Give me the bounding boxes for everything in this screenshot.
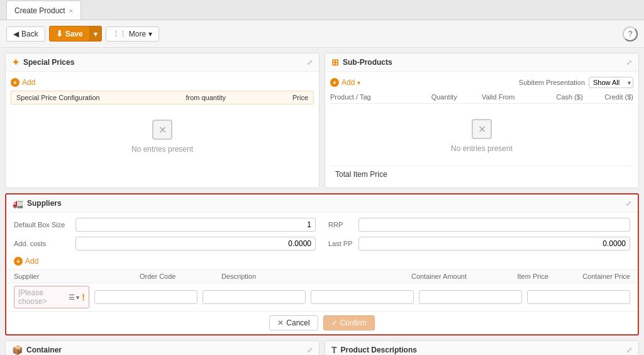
suppliers-expand-icon[interactable]: ⤢ <box>626 200 631 208</box>
container-title: Container <box>26 346 62 354</box>
no-entries-icon: ✕ <box>152 120 172 140</box>
chooser-chevron-icon[interactable]: ▾ <box>76 294 79 301</box>
col-order-code-header: Order Code <box>140 273 221 280</box>
tab-close-icon[interactable]: × <box>69 7 73 14</box>
add-costs-label: Add. costs <box>14 240 70 247</box>
col-container-price-header: Container Price <box>548 273 630 280</box>
tab-label: Create Product <box>14 6 65 15</box>
more-button[interactable]: ⋮⋮ More ▾ <box>106 26 159 42</box>
confirm-button[interactable]: ✓ Confirm <box>323 315 375 330</box>
cancel-button[interactable]: ✕ Cancel <box>269 315 318 330</box>
suppliers-title: Suppliers <box>27 199 62 208</box>
chooser-list-icon[interactable]: ☰ <box>69 293 75 301</box>
container-amount-input[interactable] <box>311 290 414 304</box>
rrp-label: RRP <box>328 221 353 228</box>
product-descriptions-title: Product Descriptions <box>341 346 417 354</box>
more-grid-icon: ⋮⋮ <box>113 30 126 38</box>
subitem-presentation: Subitem Presentation Show All <box>519 77 633 88</box>
rrp-input[interactable] <box>358 218 630 232</box>
last-pp-input[interactable] <box>358 237 630 251</box>
subprod-icon: ⊞ <box>331 57 339 67</box>
subprod-add-chevron: ▾ <box>357 79 360 86</box>
sp-col-qty: from quantity <box>156 94 238 101</box>
add-circle-icon: + <box>11 78 19 87</box>
sub-products-expand-icon[interactable]: ⤢ <box>626 59 632 67</box>
sub-products-panel: ⊞ Sub-Products ⤢ + Add ▾ Subitem Present… <box>325 53 639 188</box>
container-expand-icon[interactable]: ⤢ <box>307 346 313 354</box>
special-prices-no-entries: ✕ No entries present <box>11 107 314 166</box>
more-chevron-icon: ▾ <box>148 30 152 38</box>
supplier-row: |Please choose> ☰ ▾ ! <box>6 283 638 311</box>
subprod-col-valid: Valid From <box>482 93 532 101</box>
back-button[interactable]: ◀ Back <box>6 26 45 42</box>
help-button[interactable]: ? <box>623 26 638 42</box>
last-pp-label: Last PP <box>328 240 353 247</box>
sub-products-no-entries: ✕ No entries present <box>330 106 633 166</box>
default-box-size-label: Default Box Size <box>14 221 70 228</box>
description-input[interactable] <box>203 290 306 304</box>
save-button-group: ⬇ Save ▾ <box>49 26 102 42</box>
special-prices-panel: ✦ Special Prices ⤢ + Add Special Price C… <box>5 53 319 188</box>
toolbar: ◀ Back ⬇ Save ▾ ⋮⋮ More ▾ ? <box>0 20 644 48</box>
product-descriptions-expand-icon[interactable]: ⤢ <box>626 346 632 354</box>
suppliers-add-button[interactable]: + Add <box>14 256 38 267</box>
supplier-action-row: ✕ Cancel ✓ Confirm <box>6 311 638 334</box>
product-descriptions-panel: T Product Descriptions ⤢ + Add Type Text… <box>325 341 639 355</box>
add-costs-input[interactable] <box>75 237 316 251</box>
total-item-price-label: Total Item Price <box>335 170 387 179</box>
save-button[interactable]: ⬇ Save <box>49 26 90 42</box>
back-arrow-icon: ◀ <box>13 30 19 38</box>
star-icon: ✦ <box>12 57 19 67</box>
default-box-size-input[interactable] <box>75 218 316 232</box>
cancel-icon: ✕ <box>277 318 284 327</box>
sp-col-config: Special Price Configuration <box>16 94 156 101</box>
confirm-icon: ✓ <box>331 318 338 327</box>
supplier-warning-icon: ! <box>82 292 85 302</box>
subprod-col-qty: Quantity <box>431 93 482 101</box>
subitem-presentation-select[interactable]: Show All <box>589 77 633 88</box>
prodesc-icon: T <box>331 345 337 355</box>
subprod-no-entries-icon: ✕ <box>472 119 492 139</box>
col-description-header: Description <box>221 273 385 280</box>
col-item-price-header: Item Price <box>467 273 548 280</box>
save-dropdown-button[interactable]: ▾ <box>90 26 102 42</box>
col-container-amount-header: Container Amount <box>385 273 467 280</box>
col-supplier-header: Supplier <box>14 273 140 280</box>
sub-products-title: Sub-Products <box>343 58 392 67</box>
subprod-col-credit: Credit ($) <box>583 93 633 101</box>
subprod-col-cash: Cash ($) <box>532 93 582 101</box>
main-content: ✦ Special Prices ⤢ + Add Special Price C… <box>0 48 644 355</box>
suppliers-add-icon: + <box>14 257 23 266</box>
save-download-icon: ⬇ <box>56 29 63 38</box>
truck-icon: 🚛 <box>13 198 23 208</box>
order-code-input[interactable] <box>94 290 197 304</box>
container-price-input[interactable] <box>527 290 630 304</box>
supplier-chooser[interactable]: |Please choose> ☰ ▾ ! <box>14 286 89 308</box>
container-box-icon: 📦 <box>12 345 23 355</box>
special-prices-title: Special Prices <box>23 58 74 67</box>
special-prices-expand-icon[interactable]: ⤢ <box>307 59 313 67</box>
sp-col-price: Price <box>238 94 308 101</box>
create-product-tab[interactable]: Create Product × <box>6 1 81 20</box>
container-panel: 📦 Container ⤢ + Add Product Description … <box>5 341 319 355</box>
subprod-col-product: Product / Tag <box>330 93 431 101</box>
subprod-add-icon: + <box>330 78 339 87</box>
save-chevron-icon: ▾ <box>94 30 97 38</box>
sub-products-add-button[interactable]: + Add ▾ <box>330 77 360 88</box>
suppliers-panel: 🚛 Suppliers ⤢ Default Box Size RRP Add. … <box>5 193 639 335</box>
item-price-input[interactable] <box>419 290 522 304</box>
special-prices-add-button[interactable]: + Add <box>11 77 35 88</box>
